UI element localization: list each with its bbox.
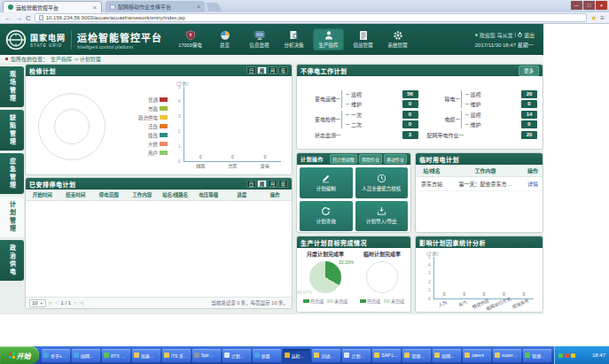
prev-page-button[interactable]: < xyxy=(55,300,58,306)
address-bar[interactable]: 10.156.234.56:9003/acuas/acuasframework/… xyxy=(35,13,587,22)
ops-button-日计划调整[interactable]: 日计划调整 xyxy=(330,154,357,164)
welcome-text: 欢迎您 马从龙 xyxy=(480,31,513,39)
forward-button[interactable]: → xyxy=(15,13,22,23)
taskbar-item[interactable]: 计划管… xyxy=(223,349,251,362)
record-summary: 当前总记录 0 条，每页显示 10 条。 xyxy=(211,299,288,306)
nav-item-信息监视[interactable]: 信息监视 xyxy=(244,28,275,50)
period-button-月[interactable]: 月 xyxy=(268,66,277,74)
tree-leaf-label: 巡视 xyxy=(471,90,481,98)
taskbar-item[interactable]: 计划查… xyxy=(342,349,371,362)
brand-block: 国家电网 STATE GRID xyxy=(30,32,66,48)
new-tab-button[interactable] xyxy=(206,3,221,12)
taskbar-item[interactable]: 管理… xyxy=(523,349,551,362)
tree-leaf-label: 维护 xyxy=(351,100,362,108)
nav-item-值班管理[interactable]: 值班管理 xyxy=(347,28,379,50)
tile-人员余量能力校核[interactable]: 人员余量能力校核 xyxy=(355,167,409,198)
taskbar-item[interactable]: parent xyxy=(463,349,491,362)
analysis-icon xyxy=(289,30,300,41)
tab-close-icon[interactable]: × xyxy=(197,4,200,10)
tile-label: 计划查询 xyxy=(316,218,336,225)
taskbar-item[interactable]: RTX 文… xyxy=(102,349,130,362)
page-viewport: 国家电网 STATE GRID 运检智能管控平台 Intelligent con… xyxy=(0,24,609,346)
refresh-button[interactable]: C xyxy=(26,13,31,23)
power-icon xyxy=(518,33,522,37)
browser-menu-icon[interactable]: ≡ xyxy=(600,14,605,22)
legend-item: 技改 xyxy=(118,132,168,139)
minimize-button[interactable]: ─ xyxy=(571,1,582,10)
taskbar-items: 关于x…国网北…RTX 文…海康双…ITS 系…Spir…计划管…桌面运检智…刘… xyxy=(39,349,554,362)
taskbar-item[interactable]: 刘达军… xyxy=(312,349,340,362)
nav-item-总览[interactable]: 总览 xyxy=(209,28,240,50)
taskbar-item[interactable]: Spir… xyxy=(192,349,221,362)
bookmark-star-icon[interactable]: ★ xyxy=(590,14,597,22)
y-tick-label: 0 xyxy=(178,159,181,164)
taskbar-item[interactable]: 运检智… xyxy=(283,349,311,362)
taskbar-item[interactable]: 国网北… xyxy=(72,349,100,362)
taskbar-item[interactable]: super… xyxy=(493,349,521,362)
start-button[interactable]: 开始 xyxy=(0,346,39,364)
tile-计划编制[interactable]: 计划编制 xyxy=(300,167,353,198)
nav-item-17003保电[interactable]: 17003保电 xyxy=(175,28,206,50)
taskbar-item[interactable]: 管理员… xyxy=(402,349,431,362)
tab-title: 配网移动作业支撑平台 xyxy=(118,3,194,11)
sidebar-item-计划管理[interactable]: 计划管理 xyxy=(0,197,24,237)
legend-label: 大修 xyxy=(148,141,158,148)
taskbar-item[interactable]: 国网电力 xyxy=(433,349,461,362)
taskbar-item[interactable]: ITS 系… xyxy=(162,349,191,362)
tray-icon[interactable] xyxy=(571,353,575,358)
taskbar-item-label: 管理员… xyxy=(411,352,429,359)
panel-plan-operations: 计划操作 日计划调整风险作业移动作业 计划编制人员余量能力校核计划查询计划导入/… xyxy=(296,152,411,233)
nav-item-系统管理[interactable]: 系统管理 xyxy=(382,28,413,50)
period-button-年[interactable]: 年 xyxy=(278,180,288,188)
temp-table-header: 站/线名工作内容操作 xyxy=(416,165,543,177)
count-badge: 0 xyxy=(402,100,418,108)
taskbar-item-icon xyxy=(314,352,319,358)
nav-item-label: 17003保电 xyxy=(178,42,201,49)
taskbar-item[interactable]: 海康双… xyxy=(132,349,160,362)
tile-计划导入/导出[interactable]: 计划导入/导出 xyxy=(355,201,409,232)
last-page-button[interactable]: >| xyxy=(79,300,83,306)
y-tick-label: 4 xyxy=(178,99,181,104)
logout-button[interactable]: 退出 xyxy=(524,31,535,39)
period-button-周[interactable]: 周 xyxy=(257,180,267,188)
tray-icon[interactable] xyxy=(565,353,569,358)
tab-remote-platform[interactable]: 运检智能管控平台 × xyxy=(3,1,102,12)
maximize-button[interactable]: □ xyxy=(583,1,595,10)
sidebar-item-政治供电[interactable]: 政治供电 xyxy=(0,240,24,281)
first-page-button[interactable]: |< xyxy=(49,300,53,306)
legend-swatch xyxy=(160,151,168,155)
next-page-button[interactable]: > xyxy=(74,300,76,306)
tile-计划查询[interactable]: 计划查询 xyxy=(300,201,353,232)
taskbar-item[interactable]: 关于x… xyxy=(42,349,70,362)
app-subtitle: Intelligent control platform xyxy=(77,44,162,50)
tab-close-icon[interactable]: × xyxy=(93,4,97,11)
taskbar-item[interactable]: 桌面 xyxy=(253,349,281,362)
ops-button-风险作业[interactable]: 风险作业 xyxy=(359,154,382,164)
period-button-月[interactable]: 月 xyxy=(268,180,277,188)
tray-icon[interactable] xyxy=(558,353,563,358)
page-size-select[interactable]: 10 ▼ xyxy=(29,299,46,307)
period-button-日[interactable]: 日 xyxy=(246,66,256,74)
back-button[interactable]: ← xyxy=(4,13,12,23)
taskbar-item[interactable]: SAP L… xyxy=(372,349,401,362)
period-button-周[interactable]: 周 xyxy=(257,66,267,74)
taskbar-item-icon xyxy=(525,352,530,358)
nav-item-生产指挥[interactable]: 生产指挥 xyxy=(313,28,344,50)
more-button[interactable]: 更多 xyxy=(519,66,539,76)
tree-connector xyxy=(465,104,469,105)
y-tick-label: 3 xyxy=(178,114,181,119)
period-button-年[interactable]: 年 xyxy=(278,66,288,74)
sidebar-item-缺陷管理[interactable]: 缺陷管理 xyxy=(0,110,24,151)
tab-mobile-platform[interactable]: 配网移动作业支撑平台 × xyxy=(105,1,205,12)
taskbar-item-label: 计划管… xyxy=(231,352,249,359)
detail-link[interactable]: 详情 xyxy=(527,182,538,187)
tile-label: 人员余量能力校核 xyxy=(362,185,401,192)
sidebar-item-应急管理[interactable]: 应急管理 xyxy=(0,153,24,194)
ops-button-移动作业[interactable]: 移动作业 xyxy=(384,154,407,164)
sidebar-item-现场管理[interactable]: 现场管理 xyxy=(0,66,24,107)
nav-item-分析决策[interactable]: 分析决策 xyxy=(278,28,309,50)
close-button[interactable]: × xyxy=(596,1,607,10)
period-button-日[interactable]: 日 xyxy=(246,180,256,188)
pencil-icon xyxy=(321,174,331,183)
column-header: 停电范围 xyxy=(92,190,126,200)
